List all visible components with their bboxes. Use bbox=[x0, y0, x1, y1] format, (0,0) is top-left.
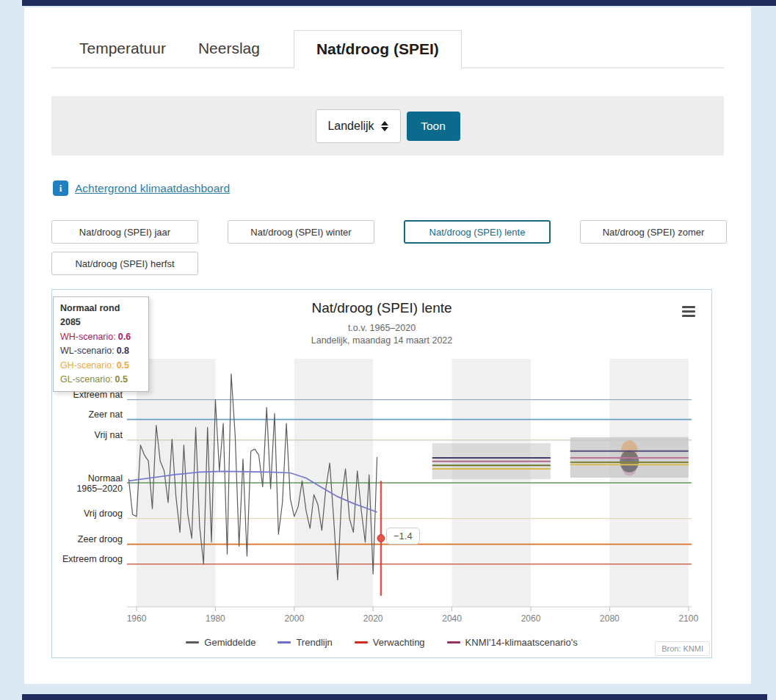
y-category-label: Vrij droog bbox=[84, 508, 123, 519]
scenario-tooltip: Normaal rond 2085 WH-scenario:0.6 WL-sce… bbox=[53, 296, 149, 392]
y-category-label: Vrij nat bbox=[95, 430, 123, 440]
scenario-row-wh: WH-scenario:0.6 bbox=[60, 330, 142, 344]
tab-bar: Temperatuur Neerslag Nat/droog (SPEI) bbox=[51, 30, 724, 68]
select-caret-icon bbox=[381, 121, 388, 131]
season-button-lente[interactable]: Nat/droog (SPEI) lente bbox=[404, 220, 551, 244]
season-button-winter[interactable]: Nat/droog (SPEI) winter bbox=[228, 220, 374, 244]
season-button-herfst[interactable]: Nat/droog (SPEI) herfst bbox=[51, 252, 198, 275]
content-card: Temperatuur Neerslag Nat/droog (SPEI) La… bbox=[24, 7, 751, 684]
tab-neerslag[interactable]: Neerslag bbox=[182, 30, 276, 68]
region-select[interactable]: Landelijk bbox=[316, 109, 401, 143]
scenario-blob bbox=[620, 451, 639, 473]
x-tick-label: 1960 bbox=[127, 613, 147, 624]
legend-item-gemiddelde[interactable]: Gemiddelde bbox=[186, 637, 255, 648]
top-edge-bar bbox=[22, 0, 776, 6]
season-button-row: Nat/droog (SPEI) jaar Nat/droog (SPEI) w… bbox=[51, 220, 727, 244]
scenario-tooltip-title: Normaal rond 2085 bbox=[60, 302, 142, 330]
scenario-row-label: GL-scenario: bbox=[60, 374, 113, 384]
gemiddelde-swatch bbox=[186, 641, 199, 644]
legend-label: Trendlijn bbox=[296, 637, 332, 648]
scenario-row-value: 0.6 bbox=[118, 332, 131, 342]
chart-panel: Normaal rond 2085 WH-scenario:0.6 WL-sce… bbox=[51, 289, 712, 658]
scenario-row-gl: GL-scenario:0.5 bbox=[60, 373, 142, 387]
scenario-row-value: 0.5 bbox=[117, 360, 129, 371]
scenario-row-wl: WL-scenario:0.8 bbox=[60, 344, 142, 358]
scenario-row-label: WL-scenario: bbox=[60, 346, 115, 356]
trendlijn-swatch bbox=[278, 641, 291, 644]
legend-item-scenarios[interactable]: KNMI'14-klimaatscenario's bbox=[447, 637, 578, 648]
scenario-row-value: 0.8 bbox=[117, 346, 129, 356]
info-icon[interactable]: i bbox=[53, 181, 68, 196]
season-button-jaar[interactable]: Nat/droog (SPEI) jaar bbox=[51, 220, 198, 244]
season-button-zomer[interactable]: Nat/droog (SPEI) zomer bbox=[580, 220, 727, 244]
x-tick-label: 2040 bbox=[442, 613, 462, 624]
y-category-label: Extreem droog bbox=[62, 554, 123, 564]
x-tick-label: 2000 bbox=[284, 613, 304, 624]
scenario-row-value: 0.5 bbox=[115, 374, 128, 384]
spei-chart: Extreem natZeer natVrij natNormaal1965–2… bbox=[52, 290, 711, 657]
legend-label: Verwachting bbox=[373, 637, 425, 648]
x-tick-label: 1980 bbox=[206, 613, 225, 624]
info-row: i Achtergrond klimaatdashboard bbox=[53, 181, 230, 196]
season-button-row-2: Nat/droog (SPEI) herfst bbox=[51, 252, 198, 275]
y-category-label: Zeer nat bbox=[88, 409, 123, 420]
page: Temperatuur Neerslag Nat/droog (SPEI) La… bbox=[0, 0, 776, 700]
legend-item-verwachting[interactable]: Verwachting bbox=[355, 637, 425, 648]
filter-toolbar: Landelijk Toon bbox=[51, 96, 724, 156]
x-tick-label: 2080 bbox=[600, 613, 620, 624]
achtergrond-link[interactable]: Achtergrond klimaatdashboard bbox=[75, 182, 230, 195]
scenario-row-label: GH-scenario: bbox=[60, 360, 115, 371]
x-tick-label: 2060 bbox=[521, 613, 541, 624]
region-select-value: Landelijk bbox=[327, 120, 374, 133]
scenario-row-gh: GH-scenario:0.5 bbox=[60, 359, 142, 373]
x-tick-label: 2100 bbox=[678, 613, 698, 624]
tab-temperatuur[interactable]: Temperatuur bbox=[63, 30, 182, 68]
chart-legend: Gemiddelde Trendlijn Verwachting KNMI'14… bbox=[52, 637, 711, 648]
point-tooltip: −1.4 bbox=[386, 528, 420, 544]
tab-nat-droog-spei[interactable]: Nat/droog (SPEI) bbox=[294, 30, 462, 68]
legend-item-trendlijn[interactable]: Trendlijn bbox=[278, 637, 332, 648]
y-category-label: Normaal1965–2020 bbox=[76, 473, 123, 494]
source-label: Bron: KNMI bbox=[655, 641, 710, 656]
x-tick-label: 2020 bbox=[363, 613, 383, 624]
bottom-edge-bar bbox=[22, 694, 767, 700]
verwachting-swatch bbox=[355, 641, 368, 644]
y-category-label: Zeer droog bbox=[78, 534, 123, 544]
legend-label: Gemiddelde bbox=[204, 637, 255, 648]
scenarios-swatch bbox=[447, 641, 460, 644]
scenario-row-label: WH-scenario: bbox=[60, 332, 116, 342]
toon-button[interactable]: Toon bbox=[407, 112, 460, 141]
verwachting-dot[interactable] bbox=[377, 535, 385, 542]
legend-label: KNMI'14-klimaatscenario's bbox=[465, 637, 578, 648]
